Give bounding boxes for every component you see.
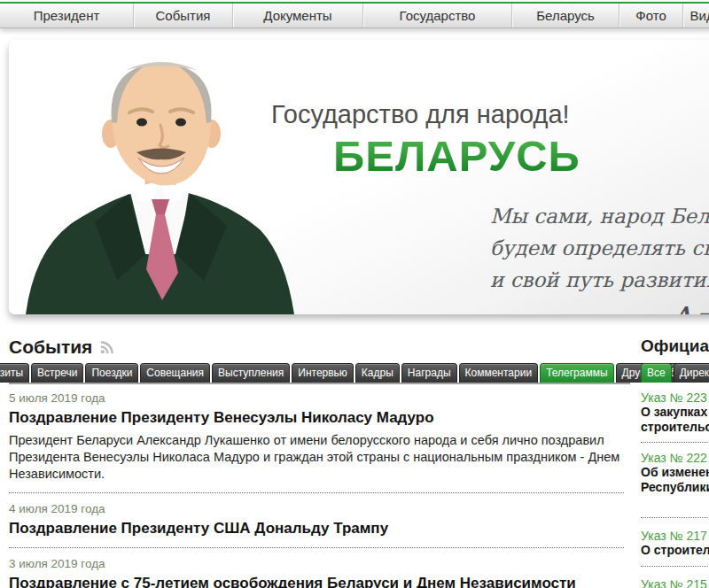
decree-item: Указ № 222 от Об изменении указов Респуб… bbox=[641, 451, 709, 494]
dotted-divider bbox=[641, 442, 709, 443]
official-title: Официально bbox=[641, 337, 709, 356]
nav-item-foto[interactable]: Фото bbox=[619, 4, 682, 27]
president-signature: Ал. bbox=[668, 300, 709, 314]
dotted-divider bbox=[641, 517, 709, 518]
tab-kommentarii[interactable]: Комментарии bbox=[459, 363, 539, 383]
nav-item-sobytiya[interactable]: События bbox=[133, 4, 232, 27]
top-navigation: Президент События Документы Государство … bbox=[0, 2, 709, 28]
quote-line: будем определять свою судьбу bbox=[490, 232, 709, 264]
decree-link[interactable]: Указ № 222 от bbox=[641, 451, 709, 465]
decree-title-line[interactable]: Об изменении указов bbox=[641, 465, 709, 480]
tab-vizity[interactable]: Визиты bbox=[0, 363, 29, 383]
events-tabbar: Визиты Встречи Поездки Совещания Выступл… bbox=[9, 363, 630, 384]
tab-direktivy[interactable]: Директивы bbox=[674, 363, 709, 383]
decree-title-line[interactable]: О строительстве жилых bbox=[641, 543, 709, 558]
president-photo bbox=[12, 40, 305, 314]
decree-link[interactable]: Указ № 215 от bbox=[641, 577, 709, 588]
news-date: 3 июля 2019 года bbox=[9, 557, 624, 570]
banner-country-title: БЕЛАРУСЬ bbox=[333, 131, 580, 181]
rss-icon[interactable] bbox=[100, 341, 113, 354]
decree-item: Указ № 223 от О закупках при строительст… bbox=[641, 391, 709, 434]
quote-line: и свой путь развития! bbox=[490, 264, 709, 296]
decree-title-line[interactable]: Республики Беларусь bbox=[641, 480, 709, 495]
official-tabbar: Все Директивы bbox=[641, 363, 709, 383]
tab-poezdki[interactable]: Поездки bbox=[85, 363, 138, 383]
tab-kadry[interactable]: Кадры bbox=[355, 363, 400, 383]
news-title[interactable]: Поздравление с 75-летием освобождения Бе… bbox=[9, 575, 624, 588]
tab-soveshchaniya[interactable]: Совещания bbox=[140, 363, 210, 383]
tab-vstrechi[interactable]: Встречи bbox=[31, 363, 83, 383]
news-date: 4 июля 2019 года bbox=[9, 502, 624, 515]
tab-intervyu[interactable]: Интервью bbox=[292, 363, 354, 383]
tab-telegrammy[interactable]: Телеграммы bbox=[540, 363, 613, 383]
decree-title-line[interactable]: О закупках при bbox=[641, 405, 709, 420]
tab-nagrady[interactable]: Награды bbox=[401, 363, 457, 383]
decree-link[interactable]: Указ № 223 от bbox=[641, 391, 709, 405]
events-title-row: События bbox=[9, 337, 624, 358]
official-section: Официально Все Директивы Указ № 223 от О… bbox=[641, 337, 709, 588]
news-title[interactable]: Поздравление Президенту США Дональду Тра… bbox=[9, 520, 624, 538]
news-body: Президент Беларуси Александр Лукашенко о… bbox=[9, 432, 624, 483]
nav-item-dokumenty[interactable]: Документы bbox=[232, 4, 362, 27]
banner: Государство для народа! БЕЛАРУСЬ Мы сами… bbox=[9, 40, 709, 314]
nav-item-video[interactable]: Видео bbox=[682, 4, 709, 27]
news-item: 4 июля 2019 года Поздравление Президенту… bbox=[9, 493, 624, 538]
banner-quote: Мы сами, народ Беларуси, будем определят… bbox=[490, 200, 709, 296]
news-item: 3 июля 2019 года Поздравление с 75-летие… bbox=[9, 548, 624, 588]
events-title: События bbox=[9, 337, 92, 358]
nav-item-gosudarstvo[interactable]: Государство bbox=[362, 4, 511, 27]
events-section: События Визиты Встречи Поездки Совещания… bbox=[9, 337, 624, 588]
news-item: 5 июля 2019 года Поздравление Президенту… bbox=[9, 384, 624, 483]
news-title[interactable]: Поздравление Президенту Венесуэлы Никола… bbox=[9, 409, 624, 427]
banner-slogan: Государство для народа! bbox=[271, 100, 570, 129]
news-date: 5 июля 2019 года bbox=[9, 391, 624, 405]
quote-line: Мы сами, народ Беларуси, bbox=[490, 200, 709, 232]
decree-item: Указ № 215 от О пресечении полетов беспи… bbox=[641, 577, 709, 588]
decree-title-line[interactable]: строительстве bbox=[641, 420, 709, 435]
page: Президент События Документы Государство … bbox=[0, 0, 709, 588]
tab-vystupleniya[interactable]: Выступления bbox=[212, 363, 290, 383]
nav-item-president[interactable]: Президент bbox=[0, 4, 133, 27]
tab-vse[interactable]: Все bbox=[641, 363, 672, 383]
dotted-divider bbox=[641, 566, 709, 567]
decree-link[interactable]: Указ № 217 от bbox=[641, 529, 709, 543]
nav-item-belarus[interactable]: Беларусь bbox=[511, 4, 619, 27]
decree-item: Указ № 217 от О строительстве жилых bbox=[641, 529, 709, 558]
